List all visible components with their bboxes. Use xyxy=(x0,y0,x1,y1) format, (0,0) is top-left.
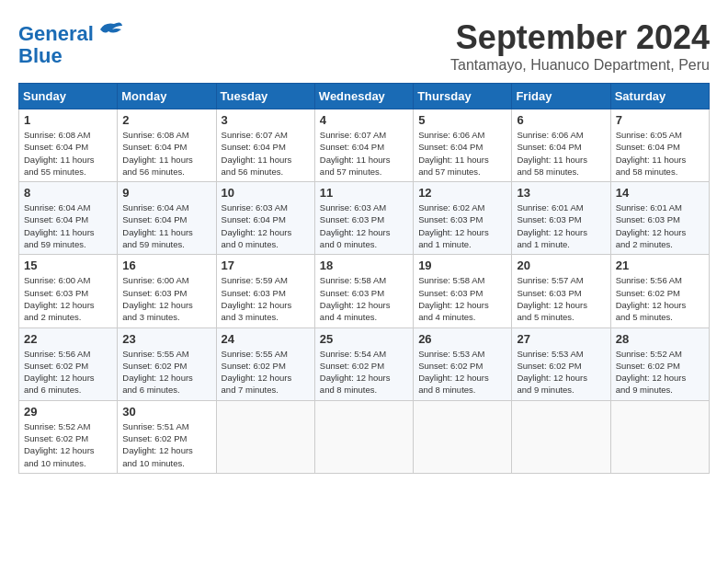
day-info: Sunrise: 5:55 AM Sunset: 6:02 PM Dayligh… xyxy=(122,348,210,396)
calendar-day-cell: 30Sunrise: 5:51 AM Sunset: 6:02 PM Dayli… xyxy=(118,400,216,473)
page-header: GeneralBlue September 2024 Tantamayo, Hu… xyxy=(18,18,710,74)
day-info: Sunrise: 6:08 AM Sunset: 6:04 PM Dayligh… xyxy=(122,129,210,178)
day-info: Sunrise: 6:03 AM Sunset: 6:04 PM Dayligh… xyxy=(222,201,310,250)
day-info: Sunrise: 6:05 AM Sunset: 6:04 PM Dayligh… xyxy=(616,129,704,178)
day-of-week-header: Tuesday xyxy=(216,84,314,109)
day-number: 30 xyxy=(122,405,210,419)
day-number: 8 xyxy=(24,186,112,200)
location-title: Tantamayo, Huanuco Department, Peru xyxy=(450,57,710,74)
calendar-week-row: 29Sunrise: 5:52 AM Sunset: 6:02 PM Dayli… xyxy=(19,400,710,473)
calendar-day-cell: 1Sunrise: 6:08 AM Sunset: 6:04 PM Daylig… xyxy=(19,109,118,182)
day-number: 6 xyxy=(517,113,605,127)
calendar-day-cell: 17Sunrise: 5:59 AM Sunset: 6:03 PM Dayli… xyxy=(216,255,314,327)
day-number: 2 xyxy=(122,113,210,127)
day-info: Sunrise: 5:59 AM Sunset: 6:03 PM Dayligh… xyxy=(222,274,310,323)
day-info: Sunrise: 5:53 AM Sunset: 6:02 PM Dayligh… xyxy=(517,348,605,396)
day-number: 21 xyxy=(616,259,704,272)
day-info: Sunrise: 6:06 AM Sunset: 6:04 PM Dayligh… xyxy=(517,129,605,178)
day-info: Sunrise: 6:08 AM Sunset: 6:04 PM Dayligh… xyxy=(24,129,112,178)
day-number: 12 xyxy=(418,186,506,200)
day-number: 28 xyxy=(616,332,704,346)
day-info: Sunrise: 6:07 AM Sunset: 6:04 PM Dayligh… xyxy=(320,129,408,178)
day-number: 10 xyxy=(222,186,310,200)
calendar-day-cell: 4Sunrise: 6:07 AM Sunset: 6:04 PM Daylig… xyxy=(314,109,413,182)
calendar-day-cell: 2Sunrise: 6:08 AM Sunset: 6:04 PM Daylig… xyxy=(118,109,216,182)
calendar-day-cell: 9Sunrise: 6:04 AM Sunset: 6:04 PM Daylig… xyxy=(118,182,216,255)
calendar-day-cell: 5Sunrise: 6:06 AM Sunset: 6:04 PM Daylig… xyxy=(414,109,512,182)
day-info: Sunrise: 6:00 AM Sunset: 6:03 PM Dayligh… xyxy=(24,274,112,323)
calendar-day-cell: 7Sunrise: 6:05 AM Sunset: 6:04 PM Daylig… xyxy=(610,109,709,182)
day-info: Sunrise: 6:03 AM Sunset: 6:03 PM Dayligh… xyxy=(320,201,408,250)
month-title: September 2024 xyxy=(450,18,710,57)
title-block: September 2024 Tantamayo, Huanuco Depart… xyxy=(450,18,710,74)
day-number: 29 xyxy=(24,405,112,419)
day-info: Sunrise: 5:58 AM Sunset: 6:03 PM Dayligh… xyxy=(320,274,408,323)
logo-text: GeneralBlue xyxy=(18,18,123,67)
day-number: 26 xyxy=(418,332,506,346)
calendar-day-cell: 21Sunrise: 5:56 AM Sunset: 6:02 PM Dayli… xyxy=(610,255,709,327)
calendar-day-cell xyxy=(314,400,413,473)
calendar-day-cell: 24Sunrise: 5:55 AM Sunset: 6:02 PM Dayli… xyxy=(216,327,314,400)
day-info: Sunrise: 5:53 AM Sunset: 6:02 PM Dayligh… xyxy=(418,348,506,396)
day-of-week-header: Monday xyxy=(118,84,216,109)
calendar-day-cell: 25Sunrise: 5:54 AM Sunset: 6:02 PM Dayli… xyxy=(314,327,413,400)
day-info: Sunrise: 5:56 AM Sunset: 6:02 PM Dayligh… xyxy=(616,274,704,323)
day-info: Sunrise: 5:52 AM Sunset: 6:02 PM Dayligh… xyxy=(616,348,704,396)
day-info: Sunrise: 6:04 AM Sunset: 6:04 PM Dayligh… xyxy=(24,201,112,250)
day-number: 5 xyxy=(418,113,506,127)
day-number: 1 xyxy=(24,113,112,127)
calendar-day-cell: 10Sunrise: 6:03 AM Sunset: 6:04 PM Dayli… xyxy=(216,182,314,255)
day-info: Sunrise: 6:00 AM Sunset: 6:03 PM Dayligh… xyxy=(122,274,210,323)
calendar-day-cell: 28Sunrise: 5:52 AM Sunset: 6:02 PM Dayli… xyxy=(610,327,709,400)
day-info: Sunrise: 6:07 AM Sunset: 6:04 PM Dayligh… xyxy=(222,129,310,178)
day-of-week-header: Wednesday xyxy=(314,84,413,109)
calendar-day-cell: 26Sunrise: 5:53 AM Sunset: 6:02 PM Dayli… xyxy=(414,327,512,400)
day-number: 16 xyxy=(122,259,210,272)
calendar-day-cell: 15Sunrise: 6:00 AM Sunset: 6:03 PM Dayli… xyxy=(19,255,118,327)
calendar-day-cell: 29Sunrise: 5:52 AM Sunset: 6:02 PM Dayli… xyxy=(19,400,118,473)
calendar-day-cell xyxy=(512,400,610,473)
day-number: 22 xyxy=(24,332,112,346)
calendar-day-cell xyxy=(216,400,314,473)
calendar-week-row: 8Sunrise: 6:04 AM Sunset: 6:04 PM Daylig… xyxy=(19,182,710,255)
calendar-day-cell: 23Sunrise: 5:55 AM Sunset: 6:02 PM Dayli… xyxy=(118,327,216,400)
calendar-day-cell: 19Sunrise: 5:58 AM Sunset: 6:03 PM Dayli… xyxy=(414,255,512,327)
day-of-week-header: Saturday xyxy=(610,84,709,109)
calendar-day-cell: 22Sunrise: 5:56 AM Sunset: 6:02 PM Dayli… xyxy=(19,327,118,400)
day-info: Sunrise: 5:51 AM Sunset: 6:02 PM Dayligh… xyxy=(122,420,210,469)
day-number: 3 xyxy=(222,113,310,127)
day-number: 15 xyxy=(24,259,112,272)
day-number: 18 xyxy=(320,259,408,272)
day-number: 13 xyxy=(517,186,605,200)
calendar-day-cell: 18Sunrise: 5:58 AM Sunset: 6:03 PM Dayli… xyxy=(314,255,413,327)
calendar-day-cell: 14Sunrise: 6:01 AM Sunset: 6:03 PM Dayli… xyxy=(610,182,709,255)
day-info: Sunrise: 6:01 AM Sunset: 6:03 PM Dayligh… xyxy=(616,201,704,250)
day-number: 19 xyxy=(418,259,506,272)
day-number: 7 xyxy=(616,113,704,127)
calendar-day-cell: 6Sunrise: 6:06 AM Sunset: 6:04 PM Daylig… xyxy=(512,109,610,182)
calendar-week-row: 22Sunrise: 5:56 AM Sunset: 6:02 PM Dayli… xyxy=(19,327,710,400)
day-info: Sunrise: 5:52 AM Sunset: 6:02 PM Dayligh… xyxy=(24,420,112,469)
day-info: Sunrise: 6:01 AM Sunset: 6:03 PM Dayligh… xyxy=(517,201,605,250)
day-number: 14 xyxy=(616,186,704,200)
day-number: 9 xyxy=(122,186,210,200)
day-number: 23 xyxy=(122,332,210,346)
day-number: 27 xyxy=(517,332,605,346)
calendar-day-cell: 16Sunrise: 6:00 AM Sunset: 6:03 PM Dayli… xyxy=(118,255,216,327)
calendar-week-row: 1Sunrise: 6:08 AM Sunset: 6:04 PM Daylig… xyxy=(19,109,710,182)
day-of-week-header: Friday xyxy=(512,84,610,109)
calendar-day-cell: 12Sunrise: 6:02 AM Sunset: 6:03 PM Dayli… xyxy=(414,182,512,255)
logo: GeneralBlue xyxy=(18,18,123,67)
calendar-header-row: SundayMondayTuesdayWednesdayThursdayFrid… xyxy=(19,84,710,109)
day-info: Sunrise: 6:02 AM Sunset: 6:03 PM Dayligh… xyxy=(418,201,506,250)
day-info: Sunrise: 5:56 AM Sunset: 6:02 PM Dayligh… xyxy=(24,348,112,396)
day-info: Sunrise: 5:55 AM Sunset: 6:02 PM Dayligh… xyxy=(222,348,310,396)
day-number: 4 xyxy=(320,113,408,127)
day-info: Sunrise: 5:54 AM Sunset: 6:02 PM Dayligh… xyxy=(320,348,408,396)
day-of-week-header: Thursday xyxy=(414,84,512,109)
day-number: 11 xyxy=(320,186,408,200)
day-number: 17 xyxy=(222,259,310,272)
calendar-day-cell xyxy=(610,400,709,473)
calendar-day-cell: 13Sunrise: 6:01 AM Sunset: 6:03 PM Dayli… xyxy=(512,182,610,255)
calendar-day-cell: 8Sunrise: 6:04 AM Sunset: 6:04 PM Daylig… xyxy=(19,182,118,255)
